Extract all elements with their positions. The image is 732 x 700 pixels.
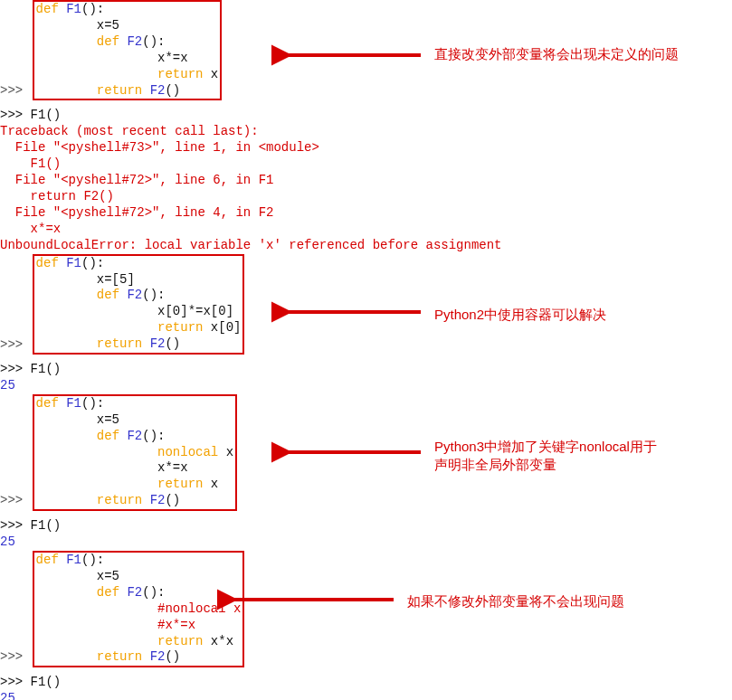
code-line: x=5	[36, 569, 119, 583]
fn-name: F1	[66, 396, 81, 411]
indent	[36, 618, 157, 632]
fn-name: F2	[150, 83, 166, 98]
code-line: x=[5]	[36, 272, 135, 287]
indent	[36, 477, 157, 491]
call-line: >>> F1()	[0, 108, 732, 124]
call-line: >>> F1()	[0, 362, 732, 378]
indent	[36, 445, 157, 459]
call-line: >>> F1()	[0, 675, 732, 691]
kw-def: def	[36, 256, 67, 270]
arrow-icon	[271, 298, 425, 326]
fn-name: F1	[66, 2, 81, 16]
fn-name: F2	[127, 288, 142, 302]
fn-name: F2	[127, 34, 142, 49]
punct: ():	[142, 429, 165, 443]
tb-line: File "<pyshell#72>", line 4, in F2	[0, 205, 732, 222]
annotation-1: 直接改变外部变量将会出现未定义的问题	[434, 45, 679, 63]
kw-return: return	[97, 83, 150, 98]
arrow-icon	[217, 586, 398, 613]
punct: ()	[165, 493, 180, 507]
fn-name: F2	[127, 429, 142, 443]
traceback: Traceback (most recent call last): File …	[0, 124, 732, 253]
prompt: >>>	[0, 83, 31, 98]
prompt: >>>	[0, 649, 31, 664]
code-line: x[0]*=x[0]	[36, 304, 233, 318]
arrow-icon	[271, 42, 425, 69]
fn-name: F2	[150, 649, 166, 664]
codebox-4: def F1(): x=5 def F2(): #nonlocal x #x*=…	[33, 551, 245, 667]
prompt: >>>	[0, 493, 31, 507]
fn-name: F1	[66, 256, 81, 270]
expr: x	[226, 445, 233, 459]
kw-def: def	[97, 585, 128, 600]
annotation-3-line2: 声明非全局外部变量	[434, 456, 657, 474]
annotation-4: 如果不修改外部变量将不会出现问题	[407, 592, 624, 610]
output-line: 25	[0, 378, 732, 394]
prompt: >>>	[0, 336, 31, 351]
code-line: x*=x	[36, 460, 188, 475]
punct: ():	[81, 2, 104, 16]
kw-def: def	[36, 396, 67, 411]
call-line: >>> F1()	[0, 518, 732, 534]
arrow-icon	[271, 439, 425, 466]
indent	[36, 288, 97, 302]
indent	[36, 649, 97, 664]
kw-def: def	[97, 288, 128, 302]
tb-line: UnboundLocalError: local variable 'x' re…	[0, 238, 732, 254]
kw-return: return	[97, 336, 150, 351]
annotation-3: Python3中增加了关键字nonlocal用于 声明非全局外部变量	[434, 438, 657, 475]
kw-nonlocal: nonlocal	[157, 445, 226, 459]
fn-name: F2	[150, 336, 166, 351]
tb-line: File "<pyshell#72>", line 6, in F1	[0, 173, 732, 189]
indent	[36, 601, 157, 616]
punct: ():	[81, 256, 104, 270]
codebox-3: def F1(): x=5 def F2(): nonlocal x x*=x …	[33, 394, 237, 511]
tb-line: x*=x	[0, 222, 732, 238]
fn-name: F1	[66, 553, 81, 567]
kw-return: return	[97, 493, 150, 507]
output-line: 25	[0, 534, 732, 551]
indent	[36, 493, 97, 507]
expr: x[0]	[211, 320, 242, 335]
codebox-1: def F1(): x=5 def F2(): x*=x return x re…	[33, 0, 223, 100]
indent	[36, 634, 157, 648]
punct: ():	[142, 585, 165, 600]
fn-name: F2	[150, 493, 166, 507]
kw-def: def	[97, 34, 128, 49]
expr: x*x	[211, 634, 233, 648]
kw-def: def	[36, 2, 67, 16]
code-line: x=5	[36, 412, 119, 427]
fn-name: F2	[127, 585, 142, 600]
tb-line: F1()	[0, 156, 732, 173]
punct: ():	[81, 553, 104, 567]
indent	[36, 336, 97, 351]
kw-def: def	[97, 429, 128, 443]
kw-return: return	[157, 477, 211, 491]
tb-line: return F2()	[0, 189, 732, 205]
kw-return: return	[157, 634, 211, 648]
comment-line: #x*=x	[157, 618, 195, 632]
indent	[36, 34, 97, 49]
annotation-3-line1: Python3中增加了关键字nonlocal用于	[434, 438, 657, 456]
expr: x	[211, 67, 218, 81]
punct: ():	[81, 396, 104, 411]
kw-return: return	[157, 67, 211, 81]
indent	[36, 320, 157, 335]
punct: ()	[165, 649, 180, 664]
kw-def: def	[36, 553, 67, 567]
tb-line: File "<pyshell#73>", line 1, in <module>	[0, 140, 732, 156]
indent	[36, 83, 97, 98]
tb-line: Traceback (most recent call last):	[0, 124, 732, 140]
indent	[36, 429, 97, 443]
punct: ()	[165, 83, 180, 98]
punct: ():	[142, 288, 165, 302]
output-line: 25	[0, 691, 732, 700]
punct: ()	[165, 336, 180, 351]
indent	[36, 585, 97, 600]
code-line: x=5	[36, 18, 119, 33]
codebox-2: def F1(): x=[5] def F2(): x[0]*=x[0] ret…	[33, 254, 245, 355]
indent	[36, 67, 157, 81]
kw-return: return	[97, 649, 150, 664]
kw-return: return	[157, 320, 211, 335]
code-line: x*=x	[36, 51, 188, 65]
